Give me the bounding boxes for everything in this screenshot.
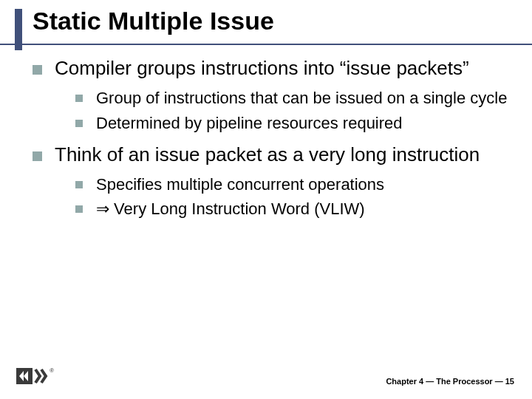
slide-title: Static Multiple Issue bbox=[33, 7, 532, 35]
title-accent-bar bbox=[15, 9, 22, 50]
title-underline bbox=[0, 44, 532, 45]
bullet-list: Compiler groups instructions into “issue… bbox=[30, 57, 510, 219]
sub-bullet-item: Determined by pipeline resources require… bbox=[74, 113, 510, 134]
sub-bullet-item: Specifies multiple concurrent operations bbox=[74, 174, 510, 195]
bullet-text: Compiler groups instructions into “issue… bbox=[55, 57, 469, 79]
sub-bullet-list: Specifies multiple concurrent operations… bbox=[55, 174, 510, 219]
slide: Static Multiple Issue Compiler groups in… bbox=[0, 0, 532, 399]
sub-bullet-text: Specifies multiple concurrent operations bbox=[96, 175, 384, 194]
title-area: Static Multiple Issue bbox=[0, 0, 532, 45]
content-area: Compiler groups instructions into “issue… bbox=[0, 45, 532, 219]
sub-bullet-text: Determined by pipeline resources require… bbox=[96, 114, 403, 132]
publisher-logo-icon: ® bbox=[16, 366, 56, 389]
sub-bullet-item: ⇒ Very Long Instruction Word (VLIW) bbox=[74, 199, 510, 219]
bullet-text: Think of an issue packet as a very long … bbox=[55, 143, 480, 166]
sub-bullet-text: Group of instructions that can be issued… bbox=[96, 89, 507, 107]
bullet-item: Compiler groups instructions into “issue… bbox=[30, 57, 510, 133]
bullet-item: Think of an issue packet as a very long … bbox=[30, 143, 510, 219]
footer-text: Chapter 4 — The Processor — 15 bbox=[386, 377, 514, 386]
footer: ® Chapter 4 — The Processor — 15 bbox=[0, 369, 532, 390]
sub-bullet-list: Group of instructions that can be issued… bbox=[55, 88, 510, 133]
sub-bullet-item: Group of instructions that can be issued… bbox=[74, 88, 510, 109]
svg-text:®: ® bbox=[50, 367, 54, 374]
sub-bullet-text: ⇒ Very Long Instruction Word (VLIW) bbox=[96, 200, 365, 218]
